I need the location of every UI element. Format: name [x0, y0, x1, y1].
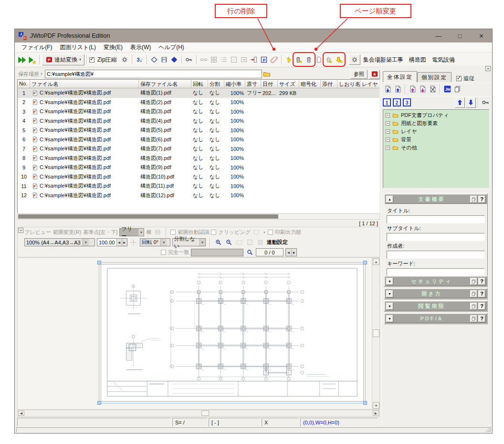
apply-up-icon[interactable] [393, 84, 403, 95]
copy-icon[interactable] [470, 315, 477, 322]
attach-icon[interactable] [269, 54, 279, 65]
preview-close-icon[interactable]: × [18, 228, 23, 233]
load-settings-icon[interactable] [408, 84, 418, 95]
exact-match-checkbox[interactable] [161, 250, 166, 255]
table-hscrollbar[interactable] [17, 213, 380, 220]
column-header[interactable]: しおり名 [337, 80, 360, 88]
summary-field-input[interactable] [387, 233, 485, 241]
search-prev-icon[interactable]: ◀ [286, 249, 291, 256]
table-row[interactable]: 4PC:¥sample¥構造図¥構造図.pdf構造図(4).pdfなしなし100… [18, 116, 379, 126]
help-button[interactable]: ? [478, 290, 485, 297]
jw-icon[interactable]: Jw [442, 84, 452, 95]
selection-handle[interactable] [97, 261, 101, 264]
column-header[interactable]: サイズ [278, 80, 299, 88]
path-dropdown-icon[interactable]: ▼ [40, 73, 43, 75]
maximize-button[interactable]: □ [449, 29, 471, 42]
convert-all-icon[interactable] [17, 54, 27, 65]
move-row-down-icon[interactable] [334, 54, 344, 65]
copy-icon[interactable] [470, 196, 477, 203]
save-list-icon[interactable] [159, 54, 169, 65]
delete-all-rows-icon[interactable] [304, 54, 314, 65]
tab-global-settings[interactable]: 全体設定 [383, 71, 417, 82]
zoom-out-icon[interactable] [225, 238, 233, 247]
zoom-preset-combo[interactable]: 100% (A4→A4,A3→A3▼ [24, 238, 95, 246]
auto-range-checkbox[interactable] [170, 230, 176, 235]
selection-handle[interactable] [97, 401, 101, 405]
apply-down-icon[interactable] [383, 84, 393, 95]
table-row[interactable]: 7PC:¥sample¥構造図¥構造図.pdf構造図(7).pdfなしなし100… [18, 144, 379, 154]
table-row[interactable]: 3PC:¥sample¥構造図¥構造図.pdf構造図(3).pdfなしなし100… [18, 107, 379, 116]
minimize-button[interactable]: — [428, 29, 449, 42]
convert-selected-icon[interactable] [27, 54, 37, 65]
table-row[interactable]: 12PC:¥sample¥構造図¥構造図.pdf構造図(12).pdfなしなし1… [18, 191, 379, 201]
scale-increment-icon[interactable]: ▶ [122, 239, 127, 246]
preview-hscroll-thumb[interactable] [201, 411, 209, 416]
expand-icon[interactable]: + [386, 137, 390, 142]
copy-icon[interactable] [470, 278, 477, 285]
project-button[interactable]: 電気設備 [429, 56, 458, 64]
preview-canvas[interactable]: ▲ ▼ [17, 257, 380, 410]
menu-item[interactable]: 変換(E) [100, 42, 126, 53]
column-header[interactable]: 縮小率 [224, 80, 245, 88]
preset-3-button[interactable]: 3 [403, 98, 411, 106]
scroll-left-icon[interactable]: ◀ [18, 411, 24, 416]
preview-page[interactable] [101, 264, 364, 402]
help-button[interactable]: ? [478, 196, 485, 203]
concat-convert-button[interactable]: P 連結変換 ▼ [42, 54, 84, 65]
scroll-down-icon[interactable]: ▼ [373, 402, 379, 409]
copy-icon[interactable] [470, 303, 477, 310]
zoom-in-icon[interactable] [214, 238, 223, 247]
save-settings-icon[interactable] [418, 84, 428, 95]
clipping-checkbox[interactable] [211, 230, 216, 235]
selection-handle[interactable] [363, 261, 367, 264]
zip-settings-gear-icon[interactable] [120, 54, 130, 65]
open-list-icon[interactable] [149, 54, 159, 65]
clear-settings-icon[interactable] [428, 84, 438, 95]
link-settings-label[interactable]: 連動設定 [267, 239, 288, 246]
expand-icon[interactable]: ▼ [386, 315, 393, 322]
close-button[interactable]: ✕ [471, 29, 492, 42]
menu-item[interactable]: ヘルプ(H) [155, 42, 188, 53]
expand-icon[interactable]: ▼ [386, 290, 393, 297]
folder-icon[interactable] [262, 70, 272, 78]
item-down-button[interactable] [466, 97, 476, 108]
scroll-up-icon[interactable]: ▲ [373, 258, 379, 265]
new-list-icon[interactable] [314, 54, 324, 65]
menu-item[interactable]: 表示(W) [126, 42, 155, 53]
browse-button[interactable]: 参照 [350, 70, 368, 79]
table-row[interactable]: 11PC:¥sample¥構造図¥構造図.pdf構造図(11).pdfなしなし1… [18, 181, 379, 191]
help-button[interactable]: ? [478, 278, 485, 285]
search-next-icon[interactable]: ▶ [291, 249, 296, 256]
list-mode-icon[interactable]: 3 [135, 54, 145, 65]
panel-key-icon[interactable] [481, 97, 491, 108]
table-row[interactable]: 9PC:¥sample¥構造図¥構造図.pdf構造図(9).pdfなしなし100… [18, 163, 379, 172]
collapse-icon[interactable]: ▲ [386, 196, 393, 203]
table-row[interactable]: 10PC:¥sample¥構造図¥構造図.pdf構造図(10).pdfなしなし1… [18, 172, 379, 182]
split-combo[interactable]: 分割しない▼ [172, 238, 206, 246]
save-path-input[interactable] [45, 70, 262, 78]
scroll-right-icon[interactable]: ▶ [373, 411, 379, 416]
print-order-checkbox[interactable] [268, 230, 273, 235]
tree-item[interactable]: +用紙と図形要素 [383, 119, 489, 127]
column-header[interactable]: No. [18, 80, 30, 88]
help-button[interactable]: ? [478, 303, 485, 310]
tree-item[interactable]: +レイヤ [383, 127, 489, 136]
column-header[interactable]: 保存ファイル名 [139, 80, 191, 88]
search-icon[interactable] [245, 248, 254, 257]
expand-icon[interactable]: + [386, 146, 390, 150]
zip-checkbox[interactable] [89, 57, 94, 63]
resize-grip[interactable] [485, 427, 491, 432]
selection-handle[interactable] [363, 401, 367, 405]
preview-hscrollbar[interactable]: ◀ ▶ [17, 410, 380, 417]
table-row[interactable]: 1PC:¥sample¥構造図¥構造図.pdf構造図(1).pdfなしなし100… [18, 88, 379, 98]
column-header[interactable]: レイヤ [360, 80, 380, 88]
column-header[interactable]: 原寸 [245, 80, 261, 88]
tree-item[interactable]: +PDF文書プロパティ [383, 111, 489, 119]
preset-1-button[interactable]: 1 [383, 98, 391, 106]
column-header[interactable]: 回転 [191, 80, 208, 88]
table-row[interactable]: 2PC:¥sample¥構造図¥構造図.pdf構造図(2).pdfなしなし100… [18, 98, 379, 107]
delete-row-icon[interactable] [294, 54, 304, 65]
column-header[interactable]: 日付 [261, 80, 278, 88]
pdf-open-button[interactable]: A [369, 70, 380, 79]
table-row[interactable]: 8PC:¥sample¥構造図¥構造図.pdf構造図(8).pdfなしなし100… [18, 154, 379, 163]
